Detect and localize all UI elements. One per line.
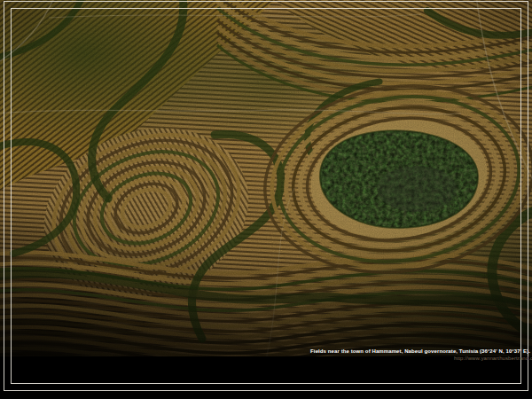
photo-caption: Fields near the town of Hammamet, Nabeul… xyxy=(310,348,530,354)
aerial-photo-image xyxy=(0,0,532,356)
wallpaper: Fields near the town of Hammamet, Nabeul… xyxy=(0,0,532,399)
photo-credit-url: http://www.yannarthusbertrand.org xyxy=(454,356,532,361)
aerial-photo-svg xyxy=(0,0,532,356)
